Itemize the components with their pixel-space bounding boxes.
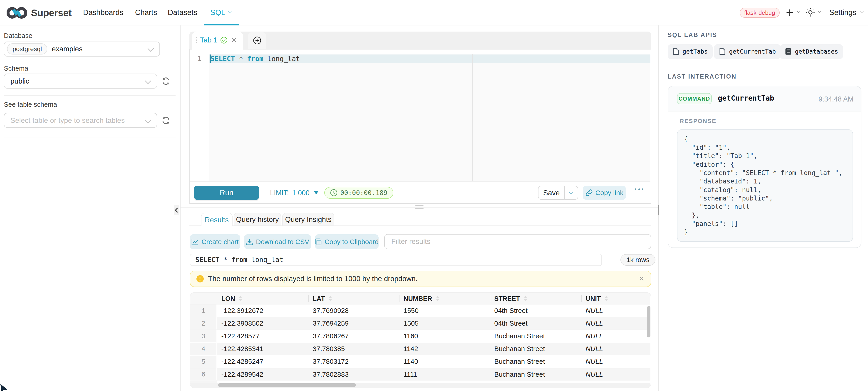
table-select[interactable]: Select table or type to search tables [4, 113, 157, 128]
document-icon [719, 48, 725, 55]
results-tab-query-insights[interactable]: Query Insights [282, 213, 334, 226]
filter-results-input[interactable]: Filter results [384, 234, 651, 249]
column-header-lat[interactable]: LAT [313, 293, 332, 304]
response-code-block: { "id": "1", "title": "Tab 1", "editor":… [677, 129, 853, 242]
column-header-label: LON [221, 295, 235, 302]
interaction-card-header: COMMAND getCurrentTab 9:34:48 AM [668, 86, 861, 111]
save-dropdown-button[interactable] [564, 186, 578, 199]
row-number: 4 [190, 343, 217, 355]
refresh-schema-icon[interactable] [162, 77, 170, 86]
sql-code-editor[interactable]: 1 SELECT * from long_lat [190, 50, 650, 181]
row-number: 1 [190, 304, 217, 317]
column-header-number[interactable]: NUMBER [404, 293, 439, 304]
horizontal-scrollbar[interactable] [190, 383, 650, 388]
run-button[interactable]: Run [194, 186, 259, 200]
save-split-button[interactable]: Save [538, 186, 578, 200]
collapse-sidebar-button[interactable] [174, 205, 179, 215]
chevron-down-icon [797, 9, 800, 13]
results-tab-results[interactable]: Results [201, 213, 232, 226]
database-select[interactable]: postgresql examples [4, 41, 160, 57]
sort-icon[interactable] [329, 296, 332, 301]
saved-check-icon [220, 37, 227, 44]
download-to-csv-button[interactable]: Download to CSV [244, 234, 311, 249]
save-button[interactable]: Save [538, 186, 565, 199]
command-name: getCurrentTab [718, 94, 774, 102]
sort-icon[interactable] [239, 296, 242, 301]
api-button-label: getTabs [682, 48, 708, 55]
table-cell: 1550 [404, 304, 489, 317]
table-header-row: LONLATNUMBERSTREETUNIT [190, 293, 650, 304]
chevron-left-icon [175, 207, 178, 213]
resize-grip-icon[interactable] [415, 205, 424, 209]
sort-icon[interactable] [436, 296, 439, 301]
add-tab-button[interactable] [248, 32, 266, 49]
nav-item-datasets[interactable]: Datasets [168, 0, 197, 25]
active-nav-underline [204, 24, 239, 26]
close-tab-icon[interactable]: ✕ [231, 36, 237, 44]
horizontal-scrollbar-thumb[interactable] [218, 383, 356, 387]
row-count-badge: 1k rows [620, 254, 655, 266]
limit-label: LIMIT: [270, 189, 289, 197]
print-margin-line [472, 54, 473, 181]
limit-value: 1 000 [292, 189, 310, 197]
chevron-down-icon [145, 78, 151, 84]
divider [4, 95, 176, 96]
refresh-tables-icon[interactable] [162, 116, 170, 125]
editor-tab[interactable]: Tab 1 ✕ [192, 32, 243, 49]
action-button-label: Create chart [202, 238, 239, 246]
table-cell: 1140 [404, 356, 489, 368]
superset-logo-icon [7, 4, 27, 21]
nav-item-charts[interactable]: Charts [135, 0, 157, 25]
results-table: LONLATNUMBERSTREETUNIT 1-122.391267237.7… [190, 292, 651, 388]
line-number: 1 [190, 55, 209, 63]
table-cell: NULL [586, 343, 650, 355]
api-button-label: getCurrentTab [729, 48, 776, 55]
new-dropdown[interactable] [785, 0, 801, 25]
settings-menu[interactable]: Settings [829, 0, 864, 25]
theme-dropdown[interactable] [806, 0, 822, 25]
last-interaction-title: LAST INTERACTION [668, 73, 737, 80]
vertical-scrollbar-thumb[interactable] [647, 306, 650, 338]
superset-logo[interactable]: Superset [7, 4, 71, 21]
copy-link-button[interactable]: Copy link [583, 186, 626, 200]
column-header-lon[interactable]: LON [221, 293, 242, 304]
column-separator [399, 295, 400, 302]
drag-handle-icon[interactable] [196, 37, 197, 43]
sql-token: SELECT [211, 55, 235, 63]
nav-item-dashboards[interactable]: Dashboards [83, 0, 123, 25]
sql-token: * [239, 55, 243, 63]
table-cell: -122.3912672 [221, 304, 307, 317]
column-header-unit[interactable]: UNIT [586, 293, 608, 304]
table-placeholder: Select table or type to search tables [10, 116, 125, 125]
getTabs-button[interactable]: getTabs [668, 44, 713, 59]
row-number: 2 [190, 317, 217, 329]
sort-icon[interactable] [524, 296, 527, 301]
results-tab-query-history[interactable]: Query history [234, 213, 281, 226]
schema-select[interactable]: public [4, 73, 157, 89]
table-cell: NULL [586, 330, 650, 343]
close-alert-icon[interactable]: ✕ [639, 275, 645, 283]
table-cell: 1111 [404, 368, 489, 381]
chevron-down-icon [818, 9, 821, 13]
more-options-button[interactable] [635, 189, 643, 190]
getCurrentTab-button[interactable]: getCurrentTab [714, 44, 781, 59]
api-panel: SQL LAB APIS getTabsgetCurrentTabgetData… [659, 26, 868, 391]
sql-token: * [219, 256, 231, 264]
copy-to-clipboard-button[interactable]: Copy to Clipboard [315, 234, 379, 249]
command-timestamp: 9:34:48 AM [818, 95, 854, 103]
executed-query-preview[interactable]: SELECT * from long_lat [190, 254, 602, 266]
table-cell: -122.3908502 [221, 317, 307, 329]
create-chart-button[interactable]: Create chart [190, 234, 240, 249]
sql-token: long_lat [247, 256, 283, 264]
nav-item-sql[interactable]: SQL [210, 0, 232, 25]
sort-icon[interactable] [605, 296, 608, 301]
sql-token: SELECT [195, 256, 219, 264]
limit-dropdown[interactable]: LIMIT: 1 000 [270, 182, 318, 204]
rows-limit-alert: ! The number of rows displayed is limite… [190, 271, 651, 287]
plus-icon [785, 8, 794, 17]
column-header-street[interactable]: STREET [494, 293, 527, 304]
sql-line: SELECT * from long_lat [211, 55, 300, 63]
getDatabases-button[interactable]: getDatabases [780, 44, 843, 59]
results-tabs: ResultsQuery historyQuery Insights [189, 213, 651, 226]
navbar: Superset DashboardsChartsDatasetsSQL fla… [0, 0, 868, 26]
